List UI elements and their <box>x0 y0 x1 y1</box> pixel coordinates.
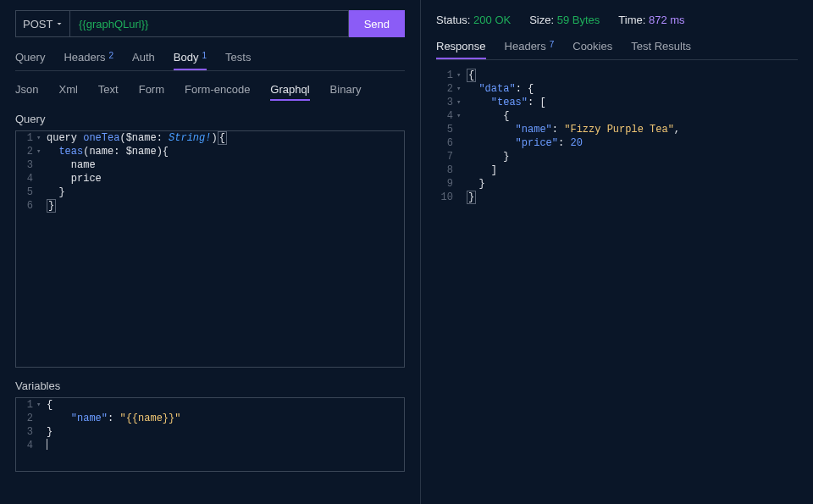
url-input[interactable] <box>69 10 349 37</box>
request-tabs: QueryHeaders2AuthBody1Tests <box>15 46 405 71</box>
status-code: Status: 200 OK <box>436 14 511 26</box>
code-line: 9 } <box>436 177 798 191</box>
code-line: 2 "name": "{{name}}" <box>16 412 404 425</box>
response-tabs: ResponseHeaders7CookiesTest Results <box>436 35 798 60</box>
request-bar: POST Send <box>15 10 405 37</box>
response-editor[interactable]: 1▾{2▾ "data": {3▾ "teas": [4▾ {5 "name":… <box>436 69 798 494</box>
variables-label: Variables <box>15 379 405 392</box>
response-status-row: Status: 200 OK Size: 59 Bytes Time: 872 … <box>436 10 798 26</box>
code-line: 5 } <box>16 186 404 199</box>
code-line: 5 "name": "Fizzy Purple Tea", <box>436 123 798 136</box>
tab-query[interactable]: Query <box>15 46 45 70</box>
http-method-select[interactable]: POST <box>15 10 69 37</box>
subtab-graphql[interactable]: Graphql <box>270 80 309 101</box>
response-time: Time: 872 ms <box>618 14 684 26</box>
code-line: 3▾ "teas": [ <box>436 96 798 109</box>
code-line: 2▾ teas(name: $name){ <box>16 145 404 158</box>
code-line: 7 } <box>436 150 798 163</box>
tab-test-results[interactable]: Test Results <box>631 35 691 59</box>
code-line: 2▾ "data": { <box>436 82 798 96</box>
code-line: 6} <box>16 199 404 213</box>
tab-cookies[interactable]: Cookies <box>572 35 612 59</box>
tab-tests[interactable]: Tests <box>225 46 251 70</box>
code-line: 3 name <box>16 158 404 172</box>
body-subtabs: JsonXmlTextFormForm-encodeGraphqlBinary <box>15 80 405 101</box>
tab-auth[interactable]: Auth <box>132 46 155 70</box>
code-line: 1▾{ <box>436 69 798 82</box>
code-line: 4▾ { <box>436 109 798 123</box>
tab-headers[interactable]: Headers2 <box>64 46 113 70</box>
code-line: 8 ] <box>436 163 798 177</box>
tab-response[interactable]: Response <box>436 35 486 59</box>
request-pane: POST Send QueryHeaders2AuthBody1Tests Js… <box>0 0 421 504</box>
variables-editor[interactable]: 1▾{2 "name": "{{name}}"3}4 <box>15 397 405 472</box>
code-line: 1▾{ <box>16 398 404 412</box>
code-line: 1▾query oneTea($name: String!){ <box>16 131 404 145</box>
code-line: 4 price <box>16 172 404 186</box>
query-editor[interactable]: 1▾query oneTea($name: String!){2▾ teas(n… <box>15 130 405 368</box>
subtab-form[interactable]: Form <box>139 80 164 101</box>
query-label: Query <box>15 113 405 125</box>
code-line: 4 <box>16 439 404 454</box>
response-pane: Status: 200 OK Size: 59 Bytes Time: 872 … <box>421 0 813 504</box>
subtab-binary[interactable]: Binary <box>330 80 362 101</box>
code-line: 6 "price": 20 <box>436 136 798 150</box>
tab-body[interactable]: Body1 <box>174 46 207 70</box>
code-line: 3} <box>16 425 404 439</box>
response-size: Size: 59 Bytes <box>529 14 600 26</box>
tab-headers[interactable]: Headers7 <box>505 35 555 59</box>
subtab-json[interactable]: Json <box>15 80 38 101</box>
send-button[interactable]: Send <box>349 10 405 37</box>
subtab-xml[interactable]: Xml <box>58 80 77 101</box>
subtab-text[interactable]: Text <box>98 80 119 101</box>
subtab-form-encode[interactable]: Form-encode <box>185 80 250 101</box>
code-line: 10} <box>436 191 798 204</box>
